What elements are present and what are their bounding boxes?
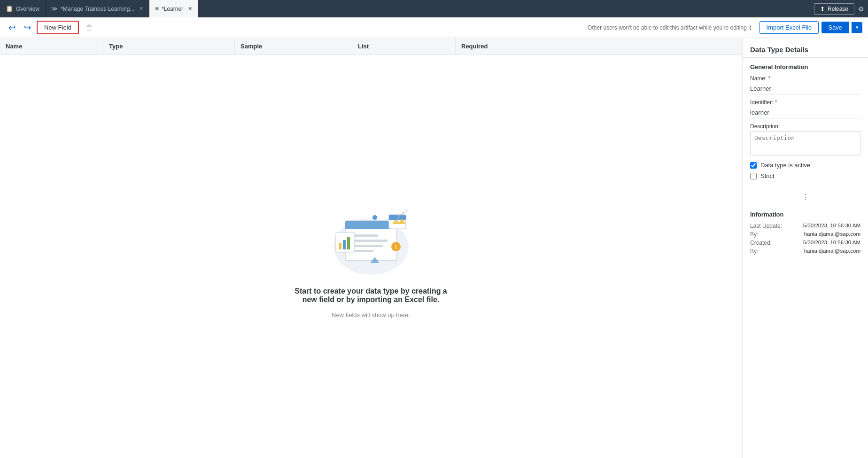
main-layout: Name Type Sample List Required	[0, 38, 868, 458]
col-required: Required	[456, 38, 742, 54]
info-section-title: Information	[750, 211, 860, 218]
by-value-2: hania.djamai@sap.com	[804, 248, 860, 255]
info-section: Information Last Update: 5/30/2023, 10:5…	[743, 205, 868, 262]
svg-text:Z: Z	[405, 209, 408, 213]
empty-title: Start to create your data type by creati…	[291, 287, 451, 304]
empty-illustration: ! Z Z Z	[319, 195, 423, 279]
svg-text:!: !	[395, 244, 397, 250]
active-label: Data type is active	[760, 162, 810, 169]
release-button[interactable]: ⬆ Release	[814, 3, 854, 15]
table-area: Name Type Sample List Required	[0, 38, 742, 458]
col-type: Type	[103, 38, 235, 54]
col-list: List	[352, 38, 456, 54]
gear-icon[interactable]: ⚙	[858, 5, 864, 13]
description-textarea[interactable]	[750, 131, 860, 155]
general-info-title: General Information	[750, 63, 860, 70]
manage-icon: ≫	[51, 5, 58, 12]
last-update-row: Last Update: 5/30/2023, 10:56:30 AM	[750, 223, 860, 229]
tab-bar: 📋 Overview ≫ *Manage Trainees Learning..…	[0, 0, 868, 17]
col-sample: Sample	[235, 38, 352, 54]
undo-button[interactable]: ↩	[6, 21, 18, 35]
svg-rect-10	[343, 240, 346, 249]
tab-manage-close[interactable]: ✕	[139, 6, 143, 12]
created-row: Created: 5/30/2023, 10:56:30 AM	[750, 240, 860, 246]
col-name: Name	[0, 38, 103, 54]
svg-rect-9	[339, 243, 341, 249]
redo-button[interactable]: ↪	[21, 21, 34, 35]
import-excel-button[interactable]: Import Excel File	[760, 21, 819, 34]
identifier-label: Identifier: *	[750, 99, 860, 106]
overview-icon: 📋	[6, 5, 13, 12]
tab-manage-label: *Manage Trainees Learning...	[61, 6, 134, 12]
save-dropdown-button[interactable]: ▾	[852, 22, 862, 33]
panel-title: Data Type Details	[743, 38, 868, 58]
name-input[interactable]	[750, 83, 860, 94]
tab-learner-close[interactable]: ✕	[188, 6, 192, 12]
tab-overview[interactable]: 📋 Overview	[0, 0, 46, 17]
name-label: Name: *	[750, 75, 860, 82]
svg-rect-5	[350, 240, 388, 242]
learner-icon: ≡	[155, 5, 159, 12]
last-update-label: Last Update:	[750, 223, 788, 229]
by-row-1: By: hania.djamai@sap.com	[750, 231, 860, 238]
svg-rect-11	[347, 237, 350, 249]
active-checkbox[interactable]	[750, 162, 757, 169]
divider-dots-icon: ⋮	[799, 193, 812, 202]
top-right-area: ⬆ Release ⚙	[814, 3, 868, 15]
svg-text:Z: Z	[402, 211, 404, 217]
strict-checkbox-row: Strict	[750, 172, 860, 179]
empty-subtitle: New fields will show up here.	[332, 311, 410, 318]
identifier-input[interactable]	[750, 107, 860, 118]
by-label-2: By:	[750, 248, 788, 255]
by-value-1: hania.djamai@sap.com	[804, 231, 860, 238]
right-panel: Data Type Details General Information Na…	[742, 38, 868, 458]
empty-state: ! Z Z Z Start to create your data type b…	[0, 55, 742, 458]
table-header: Name Type Sample List Required	[0, 38, 742, 55]
by-label-1: By:	[750, 231, 788, 238]
tab-learner[interactable]: ≡ *Learner ✕	[149, 0, 198, 17]
section-divider[interactable]: ⋮	[743, 189, 868, 205]
delete-button[interactable]: 🗑	[82, 22, 97, 34]
strict-label: Strict	[760, 172, 775, 179]
created-value: 5/30/2023, 10:56:30 AM	[803, 240, 860, 246]
general-info-section: General Information Name: * Identifier: …	[743, 58, 868, 189]
active-checkbox-row: Data type is active	[750, 162, 860, 169]
tab-manage[interactable]: ≫ *Manage Trainees Learning... ✕	[46, 0, 149, 17]
edit-notice: Other users won't be able to edit this a…	[588, 24, 752, 31]
new-field-button[interactable]: New Field	[37, 21, 79, 34]
save-button[interactable]: Save	[822, 22, 849, 33]
svg-text:Z: Z	[397, 214, 400, 221]
tab-learner-label: *Learner	[162, 6, 183, 12]
created-label: Created:	[750, 240, 788, 246]
toolbar: ↩ ↪ New Field 🗑 Other users won't be abl…	[0, 17, 868, 38]
upload-icon: ⬆	[820, 6, 825, 12]
by-row-2: By: hania.djamai@sap.com	[750, 248, 860, 255]
description-label: Description:	[750, 123, 860, 130]
release-label: Release	[828, 6, 848, 12]
strict-checkbox[interactable]	[750, 173, 757, 179]
svg-point-17	[372, 215, 377, 220]
tab-overview-label: Overview	[16, 6, 39, 12]
last-update-value: 5/30/2023, 10:56:30 AM	[803, 223, 860, 229]
